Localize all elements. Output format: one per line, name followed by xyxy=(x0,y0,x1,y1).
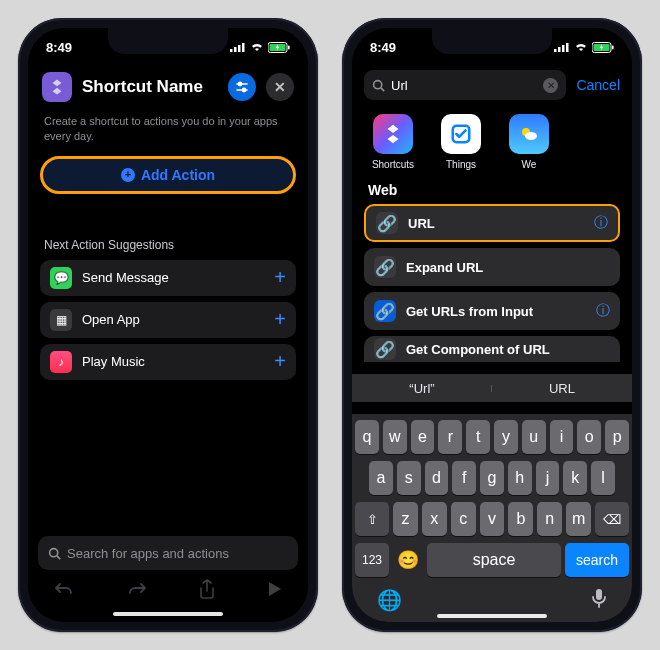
key-l[interactable]: l xyxy=(591,461,615,495)
signal-icon xyxy=(230,42,246,52)
add-action-label: Add Action xyxy=(141,167,215,183)
app-label: We xyxy=(522,159,537,170)
dictation-icon[interactable] xyxy=(591,588,607,612)
quicktype-suggestion[interactable]: “Url” xyxy=(352,381,492,396)
globe-icon[interactable]: 🌐 xyxy=(377,588,402,612)
svg-rect-3 xyxy=(242,43,245,52)
settings-button[interactable] xyxy=(228,73,256,101)
key-k[interactable]: k xyxy=(563,461,587,495)
play-icon[interactable] xyxy=(268,581,282,597)
share-icon[interactable] xyxy=(199,579,215,599)
quicktype-bar: “Url” URL xyxy=(352,374,632,402)
home-indicator[interactable] xyxy=(113,612,223,616)
key-h[interactable]: h xyxy=(508,461,532,495)
key-q[interactable]: q xyxy=(355,420,379,454)
link-icon: 🔗 xyxy=(374,256,396,278)
key-y[interactable]: y xyxy=(494,420,518,454)
key-d[interactable]: d xyxy=(425,461,449,495)
suggestion-send-message[interactable]: 💬 Send Message + xyxy=(40,260,296,296)
status-icons xyxy=(230,42,290,53)
key-search[interactable]: search xyxy=(565,543,629,577)
key-a[interactable]: a xyxy=(369,461,393,495)
key-o[interactable]: o xyxy=(577,420,601,454)
search-field[interactable]: Search for apps and actions xyxy=(38,536,298,570)
key-emoji[interactable]: 😊 xyxy=(393,543,423,577)
info-icon[interactable]: ⓘ xyxy=(594,214,608,232)
quicktype-suggestion[interactable]: URL xyxy=(492,381,632,396)
app-weather[interactable]: We xyxy=(502,114,556,170)
key-shift[interactable]: ⇧ xyxy=(355,502,389,536)
svg-rect-25 xyxy=(596,589,602,600)
shortcut-title[interactable]: Shortcut Name xyxy=(82,77,218,97)
key-x[interactable]: x xyxy=(422,502,447,536)
suggestion-open-app[interactable]: ▦ Open App + xyxy=(40,302,296,338)
action-expand-url[interactable]: 🔗 Expand URL xyxy=(364,248,620,286)
svg-rect-14 xyxy=(558,47,561,52)
action-get-component-of-url[interactable]: 🔗 Get Component of URL xyxy=(364,336,620,362)
key-z[interactable]: z xyxy=(393,502,418,536)
action-url[interactable]: 🔗 URL ⓘ xyxy=(364,204,620,242)
add-icon[interactable]: + xyxy=(274,350,286,373)
app-things[interactable]: Things xyxy=(434,114,488,170)
link-icon: 🔗 xyxy=(374,338,396,360)
key-g[interactable]: g xyxy=(480,461,504,495)
key-t[interactable]: t xyxy=(466,420,490,454)
search-input[interactable]: Url ✕ xyxy=(364,70,566,100)
screen: 8:49 Shortcut Name ✕ Create a shortcut t… xyxy=(28,28,308,622)
search-icon xyxy=(372,79,385,92)
svg-rect-6 xyxy=(288,45,290,49)
svg-rect-19 xyxy=(612,45,614,49)
svg-point-11 xyxy=(50,548,58,556)
svg-point-24 xyxy=(525,132,537,140)
add-icon[interactable]: + xyxy=(274,308,286,331)
key-r[interactable]: r xyxy=(438,420,462,454)
key-u[interactable]: u xyxy=(522,420,546,454)
svg-rect-13 xyxy=(554,49,557,52)
action-label: Expand URL xyxy=(406,260,610,275)
wifi-icon xyxy=(574,42,588,52)
key-b[interactable]: b xyxy=(508,502,533,536)
key-space[interactable]: space xyxy=(427,543,561,577)
suggestions-heading: Next Action Suggestions xyxy=(28,196,308,260)
intro-text: Create a shortcut to actions you do in y… xyxy=(28,112,308,154)
key-w[interactable]: w xyxy=(383,420,407,454)
app-grid-icon: ▦ xyxy=(50,309,72,331)
key-delete[interactable]: ⌫ xyxy=(595,502,629,536)
key-n[interactable]: n xyxy=(537,502,562,536)
info-icon[interactable]: ⓘ xyxy=(596,302,610,320)
svg-point-20 xyxy=(374,80,382,88)
plus-circle-icon: + xyxy=(121,168,135,182)
key-j[interactable]: j xyxy=(536,461,560,495)
screen: 8:49 Url ✕ Cancel Shortcuts xyxy=(352,28,632,622)
add-icon[interactable]: + xyxy=(274,266,286,289)
svg-point-10 xyxy=(242,88,245,91)
close-button[interactable]: ✕ xyxy=(266,73,294,101)
add-action-button[interactable]: + Add Action xyxy=(40,156,296,194)
cancel-button[interactable]: Cancel xyxy=(576,77,620,93)
clear-button[interactable]: ✕ xyxy=(543,78,558,93)
signal-icon xyxy=(554,42,570,52)
key-c[interactable]: c xyxy=(451,502,476,536)
key-v[interactable]: v xyxy=(480,502,505,536)
redo-icon[interactable] xyxy=(127,580,147,598)
suggestion-label: Send Message xyxy=(82,270,264,285)
key-s[interactable]: s xyxy=(397,461,421,495)
key-p[interactable]: p xyxy=(605,420,629,454)
key-e[interactable]: e xyxy=(411,420,435,454)
key-m[interactable]: m xyxy=(566,502,591,536)
key-f[interactable]: f xyxy=(452,461,476,495)
suggestion-label: Open App xyxy=(82,312,264,327)
undo-icon[interactable] xyxy=(54,580,74,598)
app-shortcuts[interactable]: Shortcuts xyxy=(366,114,420,170)
key-123[interactable]: 123 xyxy=(355,543,389,577)
search-value: Url xyxy=(391,78,408,93)
shortcuts-app-icon xyxy=(373,114,413,154)
svg-rect-2 xyxy=(238,45,241,52)
action-get-urls-from-input[interactable]: 🔗 Get URLs from Input ⓘ xyxy=(364,292,620,330)
search-bar: Url ✕ Cancel xyxy=(352,66,632,108)
home-indicator[interactable] xyxy=(437,614,547,618)
key-i[interactable]: i xyxy=(550,420,574,454)
shortcut-app-icon xyxy=(42,72,72,102)
suggestion-play-music[interactable]: ♪ Play Music + xyxy=(40,344,296,380)
notch xyxy=(108,28,228,54)
